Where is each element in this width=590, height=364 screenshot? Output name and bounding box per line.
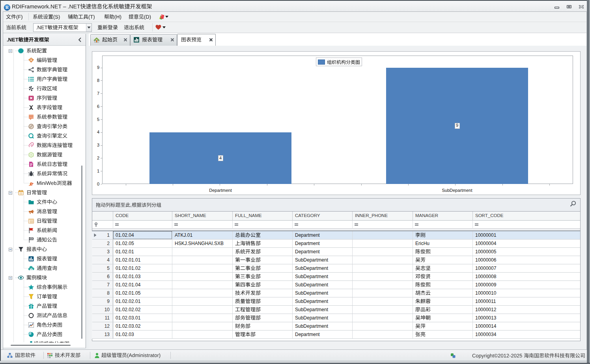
svg-text:R: R bbox=[6, 5, 9, 10]
